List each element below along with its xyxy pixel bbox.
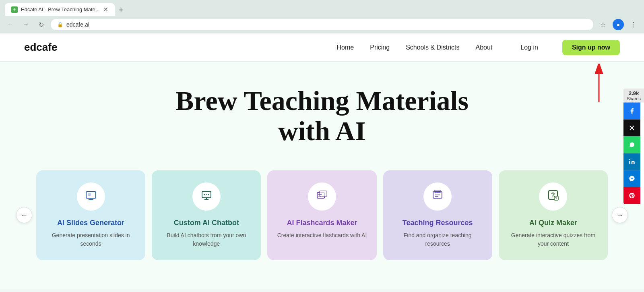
card-quiz-icon-circle: ? ? bbox=[539, 182, 567, 211]
address-bar[interactable]: 🔒 edcafe.ai bbox=[51, 19, 593, 30]
card-chatbot[interactable]: Custom AI Chatbot Build AI chatbots from… bbox=[152, 170, 261, 260]
back-button[interactable]: ← bbox=[5, 19, 16, 30]
forward-button[interactable]: → bbox=[20, 19, 31, 30]
cards-section: ← AI Slides Generator Generate present bbox=[0, 162, 644, 268]
new-tab-button[interactable]: + bbox=[116, 4, 127, 16]
carousel-next-button[interactable]: → bbox=[612, 207, 628, 223]
card-resources-title: Teaching Resources bbox=[402, 219, 473, 227]
svg-rect-5 bbox=[88, 193, 91, 196]
card-slides-desc: Generate presentation slides in seconds bbox=[44, 231, 137, 248]
card-resources[interactable]: Teaching Resources Find and organize tea… bbox=[383, 170, 492, 260]
svg-point-7 bbox=[204, 194, 205, 195]
navbar: edcafe Home Pricing Schools & Districts … bbox=[0, 33, 644, 62]
svg-point-8 bbox=[208, 194, 209, 195]
card-chatbot-desc: Build AI chatbots from your own knowledg… bbox=[160, 231, 253, 248]
cards-container: AI Slides Generator Generate presentatio… bbox=[36, 170, 608, 260]
arrow-annotation bbox=[591, 64, 607, 106]
card-slides[interactable]: AI Slides Generator Generate presentatio… bbox=[36, 170, 145, 260]
linkedin-share-button[interactable] bbox=[623, 153, 640, 170]
hero-section: Brew Teaching Materials with AI bbox=[0, 62, 644, 162]
profile-button[interactable]: ● bbox=[613, 19, 624, 30]
slides-icon bbox=[85, 188, 97, 204]
twitter-share-button[interactable] bbox=[623, 119, 640, 136]
page-content: edcafe Home Pricing Schools & Districts … bbox=[0, 33, 644, 289]
card-flashcards-icon-circle bbox=[308, 182, 336, 211]
facebook-share-button[interactable] bbox=[623, 102, 640, 119]
nav-links: Home Pricing Schools & Districts About L… bbox=[337, 40, 620, 55]
svg-text:?: ? bbox=[555, 196, 558, 200]
url-text: edcafe.ai bbox=[66, 21, 89, 28]
nav-pricing[interactable]: Pricing bbox=[370, 44, 390, 51]
resources-icon bbox=[431, 188, 444, 204]
menu-button[interactable]: ⋮ bbox=[628, 19, 639, 30]
pinterest-share-button[interactable] bbox=[623, 187, 640, 204]
svg-rect-13 bbox=[320, 191, 327, 197]
social-count: 2.9k Shares bbox=[623, 88, 644, 102]
card-quiz-title: AI Quiz Maker bbox=[529, 219, 577, 227]
bookmark-button[interactable]: ☆ bbox=[597, 19, 609, 30]
tab-favicon: e bbox=[11, 6, 18, 13]
browser-chrome: e Edcafe AI - Brew Teaching Mate... ✕ + … bbox=[0, 0, 644, 33]
card-flashcards-desc: Create interactive flashcards with AI bbox=[277, 231, 367, 240]
card-flashcards-title: AI Flashcards Maker bbox=[287, 219, 357, 227]
tab-title: Edcafe AI - Brew Teaching Mate... bbox=[21, 6, 100, 12]
hero-title: Brew Teaching Materials with AI bbox=[141, 86, 503, 146]
nav-about[interactable]: About bbox=[476, 44, 493, 51]
nav-schools[interactable]: Schools & Districts bbox=[406, 44, 459, 51]
svg-point-24 bbox=[629, 159, 630, 160]
social-sidebar: 2.9k Shares bbox=[623, 88, 644, 204]
card-chatbot-title: Custom AI Chatbot bbox=[174, 219, 239, 227]
card-flashcards[interactable]: AI Flashcards Maker Create interactive f… bbox=[267, 170, 376, 260]
nav-home[interactable]: Home bbox=[337, 44, 354, 51]
card-quiz[interactable]: ? ? AI Quiz Maker Generate interactive q… bbox=[499, 170, 608, 260]
reload-button[interactable]: ↻ bbox=[35, 19, 47, 30]
logo: edcafe bbox=[24, 41, 57, 54]
lock-icon: 🔒 bbox=[57, 22, 63, 27]
whatsapp-share-button[interactable] bbox=[623, 136, 640, 153]
signup-button[interactable]: Sign up now bbox=[562, 40, 620, 55]
flashcards-icon bbox=[316, 188, 328, 204]
active-tab[interactable]: e Edcafe AI - Brew Teaching Mate... ✕ bbox=[5, 3, 115, 16]
card-quiz-desc: Generate interactive quizzes from your c… bbox=[507, 231, 600, 248]
card-slides-icon-circle bbox=[77, 182, 105, 211]
card-slides-title: AI Slides Generator bbox=[57, 219, 124, 227]
carousel-prev-button[interactable]: ← bbox=[16, 207, 32, 223]
card-resources-desc: Find and organize teaching resources bbox=[391, 231, 484, 248]
login-button[interactable]: Log in bbox=[520, 44, 538, 51]
messenger-share-button[interactable] bbox=[623, 170, 640, 187]
card-chatbot-icon-circle bbox=[192, 182, 221, 211]
quiz-icon: ? ? bbox=[547, 188, 559, 204]
chatbot-icon bbox=[200, 188, 213, 204]
browser-toolbar: ← → ↻ 🔒 edcafe.ai ☆ ● ⋮ bbox=[0, 16, 644, 33]
tab-close-button[interactable]: ✕ bbox=[103, 6, 108, 13]
card-resources-icon-circle bbox=[423, 182, 452, 211]
